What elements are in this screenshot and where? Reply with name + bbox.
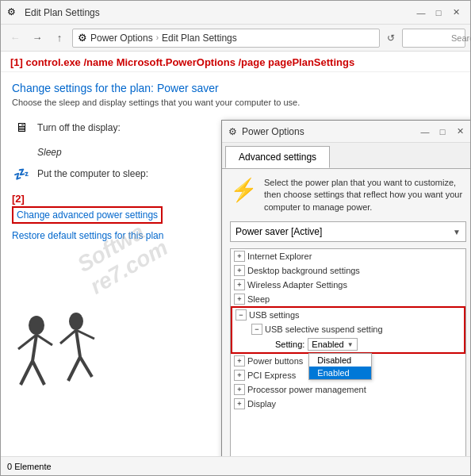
tree-item-wireless[interactable]: + Wireless Adapter Settings xyxy=(231,278,465,292)
sleep-icon: 💤 xyxy=(12,164,31,183)
tree-label-internet-explorer: Internet Explorer xyxy=(247,251,312,261)
tree-label-sleep: Sleep xyxy=(247,294,270,304)
plan-dropdown[interactable]: Power saver [Active] ▼ xyxy=(230,221,466,242)
maximize-button[interactable]: □ xyxy=(431,5,446,21)
svg-point-6 xyxy=(69,313,83,330)
dialog-icon: ⚙ xyxy=(228,126,237,137)
window-controls: — □ ✕ xyxy=(413,5,464,21)
dialog-minimize-button[interactable]: — xyxy=(417,124,433,140)
svg-line-5 xyxy=(36,335,52,345)
tree-label-pci-express: PCI Express xyxy=(247,370,296,380)
tree-item-display[interactable]: + Display xyxy=(231,397,465,411)
setting-value-text: Enabled xyxy=(312,340,343,349)
expand-display[interactable]: + xyxy=(234,398,245,409)
expand-usb-settings[interactable]: − xyxy=(236,309,247,321)
tree-item-internet-explorer[interactable]: + Internet Explorer xyxy=(231,249,465,263)
back-button[interactable]: ← xyxy=(6,29,25,48)
tab-advanced-settings[interactable]: Advanced settings xyxy=(225,146,330,168)
address-icon: ⚙ xyxy=(78,32,87,44)
search-input[interactable] xyxy=(406,33,450,43)
tree-label-display: Display xyxy=(247,399,276,409)
tree-label-wireless: Wireless Adapter Settings xyxy=(247,280,347,290)
setting-dropdown[interactable]: Enabled ▼ Disabled Enabled xyxy=(308,338,357,351)
display-icon: 🖥 xyxy=(12,118,31,137)
dialog-info: ⚡ Select the power plan that you want to… xyxy=(230,177,466,213)
window-icon: ⚙ xyxy=(7,6,20,19)
dialog-tabs: Advanced settings xyxy=(222,143,470,169)
tree-item-processor-power[interactable]: + Processor power management xyxy=(231,382,465,397)
svg-line-2 xyxy=(21,361,33,385)
tree-label-processor-power: Processor power management xyxy=(247,385,366,394)
plan-title: Change settings for the plan: Power save… xyxy=(12,82,459,94)
up-button[interactable]: ↑ xyxy=(50,29,69,48)
tree-label-power-buttons: Power buttons xyxy=(247,356,303,366)
svg-line-11 xyxy=(76,330,94,339)
dropdown-option-enabled[interactable]: Enabled xyxy=(309,367,371,379)
tree-label-desktop-background: Desktop background settings xyxy=(247,266,360,275)
navigation-bar: ← → ↑ ⚙ Power Options › Edit Plan Settin… xyxy=(1,25,470,52)
forward-button[interactable]: → xyxy=(28,29,47,48)
svg-line-3 xyxy=(33,361,44,385)
usb-selective-sub: − USB selective suspend setting Setting:… xyxy=(232,322,464,352)
svg-line-9 xyxy=(80,357,92,377)
tree-item-desktop-background[interactable]: + Desktop background settings xyxy=(231,263,465,278)
info-text: Select the power plan that you want to c… xyxy=(264,177,466,213)
minimize-button[interactable]: — xyxy=(413,5,429,21)
dropdown-option-disabled[interactable]: Disabled xyxy=(309,354,371,367)
silhouette-image xyxy=(9,305,104,448)
dropdown-popup: Disabled Enabled xyxy=(308,353,372,380)
dialog-close-button[interactable]: ✕ xyxy=(452,124,468,140)
status-bar: 0 Elemente xyxy=(1,456,470,475)
plan-dropdown-text: Power saver [Active] xyxy=(236,226,322,237)
dialog-body: ⚡ Select the power plan that you want to… xyxy=(222,169,470,456)
power-options-dialog: ⚙ Power Options — □ ✕ Advanced settings xyxy=(221,120,470,456)
expand-pci-express[interactable]: + xyxy=(234,370,245,381)
expand-usb-selective[interactable]: − xyxy=(251,324,262,335)
svg-line-8 xyxy=(68,357,80,381)
info-icon: ⚡ xyxy=(230,177,258,213)
usb-settings-section: − USB settings − USB selective suspend s… xyxy=(231,306,465,354)
search-label: Search xyxy=(451,33,471,43)
expand-wireless[interactable]: + xyxy=(234,279,245,290)
address-separator: › xyxy=(156,33,159,42)
setting-label: Setting: xyxy=(275,340,304,349)
advanced-power-settings-link[interactable]: Change advanced power settings xyxy=(12,206,163,224)
plan-dropdown-arrow-icon: ▼ xyxy=(453,228,461,236)
svg-line-7 xyxy=(76,330,80,357)
expand-desktop-background[interactable]: + xyxy=(234,265,245,276)
dialog-maximize-button[interactable]: □ xyxy=(435,124,450,140)
status-text: 0 Elemente xyxy=(7,462,52,471)
refresh-button[interactable]: ↺ xyxy=(383,30,399,46)
tree-label-usb-settings: USB settings xyxy=(249,310,300,320)
search-box: Search 🔍 xyxy=(402,29,465,48)
expand-internet-explorer[interactable]: + xyxy=(234,251,245,262)
dropdown-arrow-icon: ▼ xyxy=(347,341,354,348)
restore-default-link[interactable]: Restore default settings for this plan xyxy=(12,230,163,241)
tree-label-usb-selective: USB selective suspend setting xyxy=(265,324,383,334)
tree-item-sleep[interactable]: + Sleep xyxy=(231,292,465,306)
svg-point-0 xyxy=(29,316,44,335)
tree-area[interactable]: + Internet Explorer + Desktop background… xyxy=(230,248,466,456)
dialog-title: Power Options xyxy=(242,126,304,137)
dialog-content: Advanced settings ⚡ Select the power pla… xyxy=(222,143,470,456)
window-title: Edit Plan Settings xyxy=(25,7,100,18)
usb-setting-value-row: Setting: Enabled ▼ Disabled Enabled xyxy=(248,336,464,352)
tree-item-usb-settings[interactable]: − USB settings xyxy=(232,308,464,322)
address-power-options[interactable]: Power Options xyxy=(90,33,153,44)
dialog-title-bar: ⚙ Power Options — □ ✕ xyxy=(222,121,470,143)
tree-item-usb-selective[interactable]: − USB selective suspend setting xyxy=(248,322,464,336)
command-text: [1] control.exe /name Microsoft.PowerOpt… xyxy=(1,52,470,72)
expand-processor-power[interactable]: + xyxy=(234,384,245,395)
expand-power-buttons[interactable]: + xyxy=(234,355,245,367)
expand-sleep[interactable]: + xyxy=(234,294,245,305)
address-edit-plan[interactable]: Edit Plan Settings xyxy=(162,33,237,44)
svg-line-10 xyxy=(60,330,76,344)
address-bar: ⚙ Power Options › Edit Plan Settings xyxy=(72,29,380,48)
title-bar: ⚙ Edit Plan Settings — □ ✕ xyxy=(1,1,470,25)
plan-desc: Choose the sleep and display settings th… xyxy=(12,98,459,107)
close-button[interactable]: ✕ xyxy=(448,5,464,21)
